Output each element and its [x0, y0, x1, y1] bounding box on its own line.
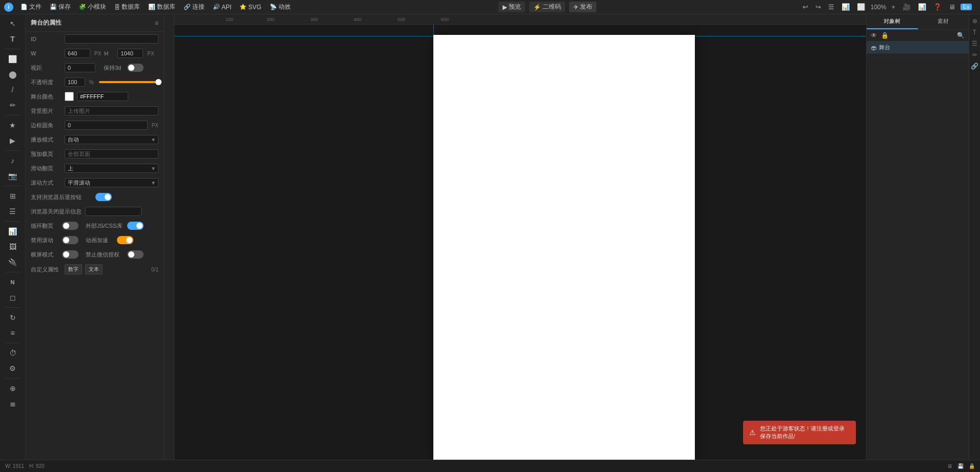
screen-btn[interactable]: ⬜	[855, 2, 867, 12]
camera-btn[interactable]: 🎥	[901, 2, 913, 12]
tool-separator-5	[5, 221, 21, 222]
tool-n[interactable]: N	[4, 275, 22, 289]
custom-attr-number-btn[interactable]: 数字	[65, 264, 82, 274]
tool-image[interactable]: 🖼	[4, 240, 22, 254]
tool-layer[interactable]: ☰	[4, 204, 22, 219]
id-label: ID	[31, 36, 62, 42]
tool-pen[interactable]: ✏	[4, 98, 22, 112]
tool-misc1[interactable]: ⊕	[4, 381, 22, 396]
tool-plugin[interactable]: 🔌	[4, 255, 22, 269]
menu-database[interactable]: 🗄 数据库	[111, 2, 143, 12]
tool-history[interactable]: ↻	[4, 310, 22, 325]
external-js-toggle[interactable]	[127, 222, 144, 230]
tool-menu[interactable]: ≡	[4, 326, 22, 340]
tab-assets[interactable]: 素材	[918, 14, 969, 29]
browser-close-input[interactable]	[85, 207, 142, 216]
loop-toggle[interactable]	[62, 222, 78, 230]
tool-settings[interactable]: ⚙	[4, 361, 22, 376]
statusbar-save-icon[interactable]: 💾	[957, 463, 964, 469]
search-icon[interactable]: 🔍	[957, 32, 965, 39]
qrcode-label: 二维码	[543, 3, 561, 11]
zoom-plus-btn[interactable]: +	[889, 2, 897, 12]
menu-file[interactable]: 📄 文件	[17, 2, 45, 12]
tool-rect[interactable]: ⬜	[4, 52, 22, 66]
menu-data[interactable]: 📊 数据库	[145, 2, 178, 12]
w-input[interactable]	[65, 49, 90, 58]
ruler-mark-400: 400	[354, 17, 362, 22]
canvas-area[interactable]: 100 200 300 400 500 600 ⚠ 您正处于游客状态！请注册或登…	[164, 14, 866, 460]
landscape-toggle[interactable]	[62, 250, 78, 259]
tab-object-tree[interactable]: 对象树	[867, 14, 918, 29]
statusbar-lock-icon[interactable]: 🔒	[969, 463, 975, 469]
wechat-auth-label: 禁止微信授权	[86, 251, 124, 259]
tool-select[interactable]: ↖	[4, 16, 22, 31]
browser-back-toggle[interactable]	[95, 193, 112, 201]
opacity-input[interactable]	[65, 77, 85, 87]
tool-play[interactable]: ▶	[4, 133, 22, 148]
stage-color-swatch[interactable]	[65, 92, 74, 101]
h-input[interactable]	[117, 49, 143, 58]
monitor-btn[interactable]: 🖥	[947, 2, 957, 12]
play-mode-select[interactable]: 自动 手动	[65, 135, 158, 144]
canvas-stage[interactable]	[433, 35, 695, 460]
id-input[interactable]	[65, 34, 158, 44]
preload-input[interactable]	[65, 149, 158, 159]
menu-save[interactable]: 💾 保存	[47, 2, 74, 12]
data2-btn[interactable]: 📊	[916, 2, 928, 12]
prop-menu-icon[interactable]: ≡	[155, 19, 158, 27]
keep3d-label: 保持3d	[104, 64, 124, 72]
tool-shape2[interactable]: ◻	[4, 290, 22, 305]
border-radius-unit: PX	[152, 123, 158, 128]
stage-color-input[interactable]	[77, 92, 128, 101]
tool-chart[interactable]: 📊	[4, 224, 22, 239]
tool-line[interactable]: /	[4, 83, 22, 97]
eye-icon[interactable]: 👁	[871, 32, 877, 39]
scroll-page-select[interactable]: 上 下 左 右	[65, 164, 158, 173]
animation-accel-toggle[interactable]	[117, 236, 133, 244]
tool-star[interactable]: ★	[4, 118, 22, 132]
tool-timer[interactable]: ⏱	[4, 346, 22, 360]
menu-module[interactable]: 🧩 小模块	[76, 2, 109, 12]
bg-image-input[interactable]	[65, 106, 158, 115]
far-right-icon-1[interactable]: ⊕	[971, 16, 978, 26]
wechat-auth-toggle[interactable]	[127, 250, 144, 259]
tool-audio[interactable]: ♪	[4, 153, 22, 168]
tree-item-stage[interactable]: 🏟 舞台	[867, 42, 969, 54]
menu-effect[interactable]: 📡 动效	[267, 2, 294, 12]
lock-icon[interactable]: 🔒	[881, 32, 889, 39]
redo-btn[interactable]: ↪	[813, 2, 823, 12]
border-radius-input[interactable]	[65, 121, 148, 130]
preview-btn[interactable]: ▶ 预览	[498, 2, 525, 12]
tool-misc2[interactable]: ≣	[4, 397, 22, 411]
tool-text[interactable]: T	[4, 32, 22, 46]
chart-btn[interactable]: 📊	[839, 2, 852, 12]
publish-btn[interactable]: ✈ 发布	[569, 2, 596, 12]
toolbar-center: ▶ 预览 ⚡ 二维码 ✈ 发布	[296, 2, 799, 12]
statusbar-screen-icon[interactable]: 🖥	[947, 463, 952, 469]
prop-perspective-row: 视距 保持3d	[26, 61, 164, 75]
far-right-icon-2[interactable]: T	[972, 28, 977, 37]
user-badge[interactable]: Ea	[961, 4, 972, 10]
menu-svg[interactable]: ⭐ SVG	[236, 3, 264, 12]
undo-btn[interactable]: ↩	[801, 2, 810, 12]
menu-connect[interactable]: 🔗 连接	[181, 2, 208, 12]
tool-circle[interactable]: ⬤	[4, 67, 22, 82]
perspective-input[interactable]	[65, 63, 95, 72]
tool-camera[interactable]: 📷	[4, 169, 22, 183]
opacity-label: 不透明度	[31, 78, 62, 86]
help-btn[interactable]: ❓	[931, 2, 944, 12]
menu-api[interactable]: 🔊 API	[210, 3, 234, 12]
qrcode-btn[interactable]: ⚡ 二维码	[529, 2, 565, 12]
scroll-method-select[interactable]: 平滑滚动 翻页	[65, 178, 158, 187]
app-logo[interactable]: i	[4, 3, 13, 12]
layout-btn[interactable]: ☰	[826, 2, 836, 12]
tool-component[interactable]: ⊞	[4, 189, 22, 203]
keep3d-toggle[interactable]	[127, 64, 144, 72]
disable-scroll-toggle[interactable]	[62, 236, 78, 244]
far-right-icon-4[interactable]: ✏	[971, 50, 978, 60]
toast-notification: ⚠ 您正处于游客状态！请注册或登录保存当前作品!	[743, 421, 856, 444]
far-right-icon-5[interactable]: 🔗	[970, 62, 979, 71]
opacity-slider[interactable]	[99, 81, 158, 83]
far-right-icon-3[interactable]: ☰	[971, 39, 978, 48]
custom-attr-text-btn[interactable]: 文本	[85, 264, 103, 274]
